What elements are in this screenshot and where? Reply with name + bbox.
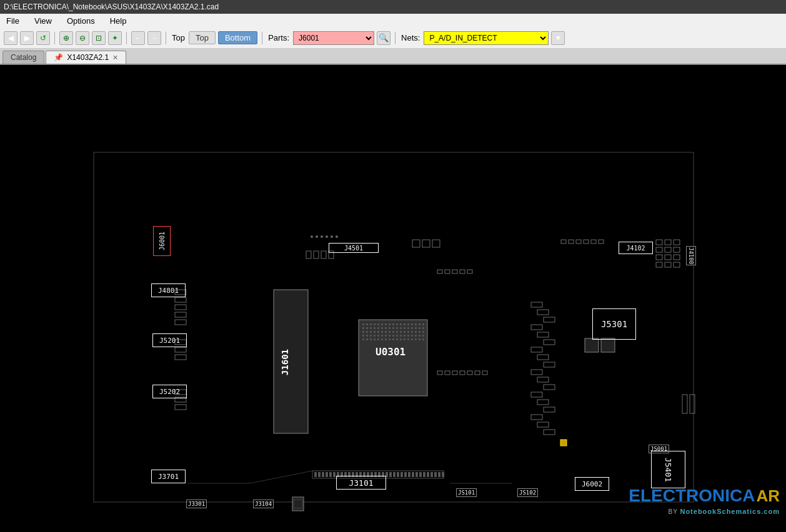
svg-rect-38 bbox=[366, 331, 368, 333]
svg-rect-161 bbox=[665, 240, 671, 245]
zoom-out-button[interactable]: ⊖ bbox=[76, 31, 89, 45]
component-J6001[interactable]: J6001 bbox=[153, 226, 171, 256]
component-J4102[interactable]: J4102 bbox=[619, 242, 653, 254]
svg-rect-84 bbox=[411, 338, 413, 340]
view-top-button[interactable]: Top bbox=[189, 31, 216, 44]
svg-rect-114 bbox=[531, 415, 542, 420]
back-button[interactable]: ◀ bbox=[4, 31, 17, 45]
menu-options[interactable]: Options bbox=[63, 15, 99, 27]
svg-line-175 bbox=[250, 471, 312, 483]
svg-rect-151 bbox=[412, 472, 414, 477]
zoom-fit-button[interactable]: ⊡ bbox=[92, 31, 106, 45]
component-J3701[interactable]: J3701 bbox=[151, 470, 186, 483]
svg-rect-133 bbox=[344, 472, 347, 477]
svg-rect-89 bbox=[175, 297, 186, 302]
svg-rect-134 bbox=[348, 472, 351, 477]
tab-x1403za2[interactable]: 📌 X1403ZA2.1 ✕ bbox=[46, 51, 126, 64]
svg-rect-172 bbox=[585, 338, 599, 352]
svg-rect-82 bbox=[404, 338, 405, 340]
brand-suffix: AR bbox=[756, 486, 780, 506]
svg-rect-162 bbox=[674, 240, 680, 245]
svg-rect-40 bbox=[374, 331, 376, 333]
nets-select[interactable]: P_A/D_IN_DETECT bbox=[424, 31, 549, 45]
svg-rect-123 bbox=[432, 240, 440, 247]
svg-rect-22 bbox=[370, 327, 372, 329]
component-J4501[interactable]: J4501 bbox=[329, 243, 379, 253]
svg-rect-91 bbox=[175, 312, 186, 317]
svg-rect-173 bbox=[601, 338, 615, 352]
svg-rect-60 bbox=[385, 335, 387, 337]
parts-select[interactable]: J6001 bbox=[293, 31, 374, 45]
menu-file[interactable]: File bbox=[2, 15, 23, 27]
svg-rect-63 bbox=[396, 335, 398, 337]
svg-rect-195 bbox=[569, 240, 574, 244]
component-J5401[interactable]: J5401 bbox=[651, 451, 685, 488]
svg-rect-7 bbox=[377, 323, 379, 325]
component-JS101[interactable]: JS101 bbox=[456, 488, 477, 497]
svg-rect-147 bbox=[397, 472, 399, 477]
svg-rect-194 bbox=[561, 240, 566, 244]
svg-rect-185 bbox=[445, 371, 450, 375]
tab-catalog[interactable]: Catalog bbox=[2, 51, 44, 64]
menu-view[interactable]: View bbox=[31, 15, 56, 27]
svg-rect-99 bbox=[531, 302, 542, 307]
nets-search-button[interactable]: ▾ bbox=[551, 31, 565, 45]
svg-rect-93 bbox=[175, 340, 186, 345]
svg-rect-39 bbox=[370, 331, 372, 333]
component-J3104[interactable]: J3104 bbox=[253, 500, 274, 508]
view-bottom-button[interactable]: Bottom bbox=[218, 31, 257, 44]
svg-rect-26 bbox=[385, 327, 387, 329]
svg-rect-143 bbox=[382, 472, 384, 477]
svg-rect-75 bbox=[377, 338, 379, 340]
svg-rect-131 bbox=[337, 472, 339, 477]
component-J6002[interactable]: J6002 bbox=[575, 477, 609, 491]
separator-1 bbox=[54, 32, 55, 44]
svg-rect-95 bbox=[175, 355, 186, 360]
svg-rect-199 bbox=[599, 240, 604, 244]
svg-rect-49 bbox=[407, 331, 409, 333]
component-J5202[interactable]: J5202 bbox=[152, 385, 187, 398]
arrow-left-button[interactable]: ← bbox=[131, 31, 145, 45]
svg-rect-177 bbox=[292, 497, 304, 511]
brand-name-e: ELECTRONICA bbox=[629, 486, 755, 506]
component-J3101[interactable]: J3101 bbox=[336, 476, 386, 490]
svg-rect-12 bbox=[396, 323, 398, 325]
tab-x1403za2-label: X1403ZA2.1 bbox=[67, 53, 109, 62]
menu-help[interactable]: Help bbox=[106, 15, 131, 27]
component-J1601-label: J1601 bbox=[280, 349, 290, 375]
forward-button[interactable]: ▶ bbox=[20, 31, 34, 45]
arrow-right-button[interactable]: → bbox=[147, 31, 161, 45]
component-JS102[interactable]: JS102 bbox=[517, 488, 538, 497]
svg-rect-132 bbox=[341, 472, 343, 477]
svg-rect-121 bbox=[412, 240, 420, 247]
tab-close-button[interactable]: ✕ bbox=[112, 54, 118, 62]
svg-rect-96 bbox=[175, 390, 186, 395]
svg-rect-79 bbox=[392, 338, 394, 340]
svg-rect-112 bbox=[537, 400, 549, 405]
parts-label: Parts: bbox=[268, 33, 289, 42]
svg-rect-104 bbox=[544, 340, 555, 345]
refresh-button[interactable]: ↺ bbox=[36, 31, 50, 45]
svg-rect-53 bbox=[422, 331, 424, 333]
pcb-canvas[interactable]: J6001 J4501 J4102 J4801 J5201 J5202 J160… bbox=[0, 65, 786, 521]
zoom-in-button[interactable]: ⊕ bbox=[59, 31, 73, 45]
svg-rect-106 bbox=[537, 355, 549, 360]
component-JS001[interactable]: JS001 bbox=[649, 445, 669, 453]
component-J5301[interactable]: J5301 bbox=[592, 308, 636, 340]
parts-search-button[interactable]: 🔍 bbox=[377, 31, 391, 45]
svg-rect-29 bbox=[396, 327, 398, 329]
component-J4801[interactable]: J4801 bbox=[151, 283, 186, 297]
svg-rect-183 bbox=[467, 270, 472, 273]
component-J3301[interactable]: J3301 bbox=[186, 500, 207, 508]
pcb-traces bbox=[0, 65, 786, 521]
svg-rect-62 bbox=[392, 335, 394, 337]
highlight-button[interactable]: ✦ bbox=[108, 31, 122, 45]
svg-rect-122 bbox=[422, 240, 430, 247]
brand-subtext: BY NotebookSchematics.com bbox=[669, 507, 780, 516]
component-J5201[interactable]: J5201 bbox=[152, 333, 187, 347]
svg-point-203 bbox=[326, 235, 328, 238]
svg-rect-14 bbox=[404, 323, 405, 325]
svg-rect-155 bbox=[427, 472, 429, 477]
svg-rect-168 bbox=[674, 255, 680, 260]
svg-rect-170 bbox=[665, 262, 671, 267]
